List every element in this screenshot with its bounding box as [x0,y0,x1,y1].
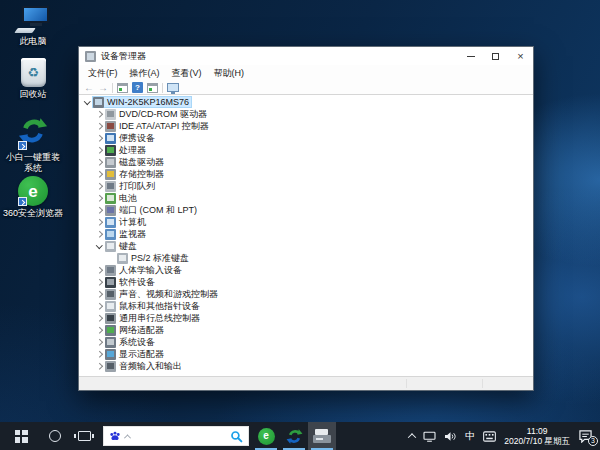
tree-item[interactable]: 通用串行总线控制器 [79,312,533,324]
expand-icon[interactable] [94,324,104,336]
expand-icon[interactable] [94,168,104,180]
computer-monitor-icon[interactable] [167,83,179,92]
expand-icon[interactable] [94,336,104,348]
action-center-button[interactable]: 3 [578,430,593,443]
tree-item[interactable]: PS/2 标准键盘 [79,252,533,264]
device-tree: WIN-2K5KP16MS76DVD/CD-ROM 驱动器IDE ATA/ATA… [79,95,533,376]
baidu-paw-icon [109,430,121,442]
chevron-up-icon[interactable] [124,434,131,441]
ime-indicator[interactable]: 中 [465,431,475,441]
maximize-button[interactable] [483,47,508,65]
clock-date: 2020/7/10 星期五 [504,436,570,446]
title-bar[interactable]: 设备管理器 × [79,47,533,65]
tree-item[interactable]: 打印队列 [79,180,533,192]
desktop-icon-360-browser[interactable]: e 360安全浏览器 [0,176,66,219]
expand-icon[interactable] [94,228,104,240]
this-pc-icon [16,6,50,34]
tree-item[interactable]: 人体学输入设备 [79,264,533,276]
disk-drive-icon [105,157,116,168]
tree-item[interactable]: 磁盘驱动器 [79,156,533,168]
recycle-bin-icon: ♻ [21,58,46,87]
console-window-icon[interactable] [147,83,158,93]
desktop-icon-label: 回收站 [2,89,64,100]
taskbar-app-xiaobai[interactable] [280,422,308,450]
menu-bar: 文件(F)操作(A)查看(V)帮助(H) [79,65,533,81]
close-button[interactable]: × [508,47,533,65]
expand-icon[interactable] [94,264,104,276]
menu-item[interactable]: 文件(F) [82,67,124,80]
tree-item[interactable]: 处理器 [79,144,533,156]
tree-item[interactable]: 鼠标和其他指针设备 [79,300,533,312]
tree-item[interactable]: 电池 [79,192,533,204]
software-device-icon [105,277,116,288]
expand-icon[interactable] [94,156,104,168]
tree-item[interactable]: 声音、视频和游戏控制器 [79,288,533,300]
toolbar-separator [162,83,163,93]
tree-item[interactable]: IDE ATA/ATAPI 控制器 [79,120,533,132]
expand-icon[interactable] [94,300,104,312]
menu-item[interactable]: 操作(A) [124,67,166,80]
tree-item[interactable]: 键盘 [79,240,533,252]
network-adapter-icon [105,325,116,336]
keyboard-icon[interactable] [483,431,496,442]
tray-chevron-up-icon[interactable] [408,433,416,441]
volume-icon[interactable] [444,431,457,442]
expand-icon[interactable] [94,120,104,132]
close-icon: × [517,51,523,62]
desktop-icon-label: 小白一键重装系统 [2,152,64,173]
expand-icon[interactable] [94,312,104,324]
cortana-button[interactable] [42,422,68,450]
network-icon[interactable] [423,431,436,442]
tree-item-label: WIN-2K5KP16MS76 [107,97,189,107]
tree-item[interactable]: 便携设备 [79,132,533,144]
desktop-icon-recycle-bin[interactable]: ♻ 回收站 [0,58,66,100]
ports-icon [105,205,116,216]
taskbar-app-360-browser[interactable]: e [252,422,280,450]
display-adapter-icon [105,349,116,360]
xiaobai-icon [18,116,48,150]
start-button[interactable] [0,422,42,450]
desktop-icon-xiaobai[interactable]: 小白一键重装系统 [0,116,66,173]
desktop-icon-label: 此电脑 [2,36,64,47]
tree-item[interactable]: 音频输入和输出 [79,360,533,372]
console-window-icon[interactable] [117,83,128,93]
usb-icon [105,313,116,324]
expand-icon[interactable] [94,288,104,300]
expand-icon[interactable] [94,216,104,228]
tree-item[interactable]: 软件设备 [79,276,533,288]
tree-item[interactable]: 监视器 [79,228,533,240]
tree-item[interactable]: 网络适配器 [79,324,533,336]
help-icon[interactable] [132,82,143,93]
collapse-icon[interactable] [82,96,92,108]
tree-item[interactable]: 端口 (COM 和 LPT) [79,204,533,216]
expand-icon[interactable] [94,348,104,360]
menu-item[interactable]: 帮助(H) [208,67,251,80]
expand-icon[interactable] [94,180,104,192]
tree-item[interactable]: WIN-2K5KP16MS76 [79,96,533,108]
forward-icon[interactable]: → [98,83,108,93]
task-view-button[interactable] [68,422,100,450]
minimize-button[interactable] [458,47,483,65]
expand-icon[interactable] [94,276,104,288]
expand-icon[interactable] [94,132,104,144]
menu-item[interactable]: 查看(V) [166,67,208,80]
storage-controller-icon [105,169,116,180]
windows-start-icon [15,430,28,443]
taskbar-app-device-manager[interactable] [308,422,336,450]
expand-icon[interactable] [94,360,104,372]
tree-item[interactable]: DVD/CD-ROM 驱动器 [79,108,533,120]
collapse-icon[interactable] [94,240,104,252]
taskbar-clock[interactable]: 11:09 2020/7/10 星期五 [504,426,570,446]
search-box[interactable] [103,426,249,446]
expand-icon[interactable] [94,204,104,216]
search-magnifier-icon[interactable] [230,430,243,443]
tree-item[interactable]: 计算机 [79,216,533,228]
expand-icon[interactable] [94,108,104,120]
tree-item[interactable]: 系统设备 [79,336,533,348]
back-icon[interactable]: ← [84,83,94,93]
expand-icon[interactable] [94,144,104,156]
expand-icon[interactable] [94,192,104,204]
desktop-icon-this-pc[interactable]: 此电脑 [0,6,66,47]
tree-item[interactable]: 存储控制器 [79,168,533,180]
tree-item[interactable]: 显示适配器 [79,348,533,360]
